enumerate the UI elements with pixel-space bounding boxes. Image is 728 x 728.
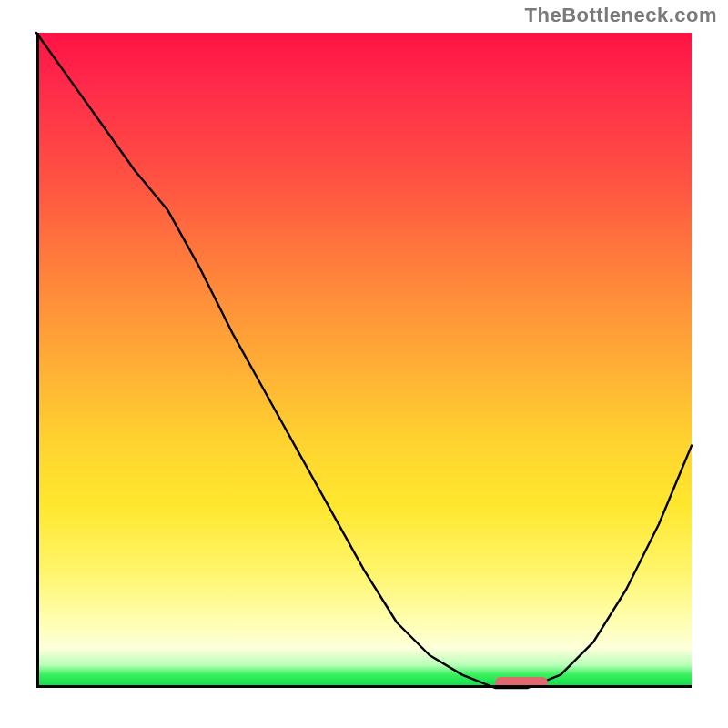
bottleneck-curve <box>36 33 692 688</box>
chart-container: TheBottleneck.com <box>0 0 728 728</box>
watermark-text: TheBottleneck.com <box>525 4 717 27</box>
x-axis <box>36 685 692 688</box>
curve-svg <box>36 33 692 688</box>
plot-area <box>36 33 692 688</box>
y-axis <box>36 33 39 688</box>
